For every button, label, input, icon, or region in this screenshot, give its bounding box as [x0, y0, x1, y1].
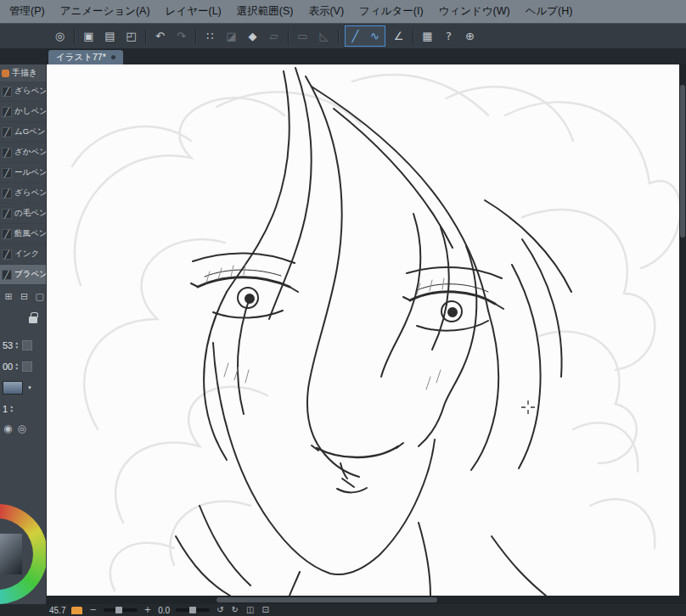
navigate-icon[interactable]: ◎: [50, 26, 70, 46]
subtool-item[interactable]: ╱ の毛ペン: [0, 204, 46, 224]
brush-size-option-button[interactable]: [22, 340, 32, 350]
pen-icon: ╱: [2, 107, 12, 117]
document-tab-label: イラスト77*: [56, 52, 106, 64]
undo-icon[interactable]: ↶: [150, 26, 170, 46]
subtool-item[interactable]: ╱ インク: [0, 244, 46, 265]
launcher-icon[interactable]: [71, 607, 82, 614]
zoom-value: 45.7: [49, 606, 65, 615]
artwork-sketch: [47, 64, 679, 596]
curve-tool-icon[interactable]: ∿: [365, 26, 385, 46]
toolbar-separator: [195, 29, 196, 44]
menu-filter[interactable]: フィルター(I): [351, 0, 430, 23]
subtool-group-icon: [2, 70, 9, 77]
spinner-control[interactable]: ▲ ▼: [9, 405, 14, 412]
menu-bar: 管理(P) アニメーション(A) レイヤー(L) 選択範囲(S) 表示(V) フ…: [0, 0, 686, 23]
rotation-slider-thumb[interactable]: [189, 607, 196, 613]
spinner-down-icon[interactable]: ▼: [9, 409, 14, 413]
menu-layer[interactable]: レイヤー(L): [158, 0, 229, 23]
subtool-group-tab[interactable]: 手描き: [0, 64, 46, 81]
subtool-label: ールペン: [14, 167, 46, 178]
color-blend-swatch[interactable]: [3, 381, 23, 395]
crosshair-cursor: [521, 400, 535, 414]
pen-icon: ╱: [2, 148, 12, 158]
menu-window[interactable]: ウィンドウ(W): [431, 0, 518, 23]
fit-screen-icon[interactable]: ⊡: [261, 606, 269, 614]
blend-icon[interactable]: ◆: [243, 26, 262, 46]
spinner-control[interactable]: ▲ ▼: [14, 341, 19, 349]
snap-tool-group: ╱ ∿: [345, 25, 385, 47]
vertical-scroll-thumb[interactable]: [680, 85, 685, 238]
zoom-slider-thumb[interactable]: [115, 607, 122, 613]
subtool-label: インク: [14, 249, 39, 260]
save-icon[interactable]: ◰: [121, 26, 141, 46]
menu-help[interactable]: ヘルプ(H): [518, 0, 581, 23]
rect-select-icon[interactable]: ▭: [293, 26, 312, 46]
lasso-select-icon[interactable]: ◺: [314, 26, 334, 46]
perspective-icon[interactable]: ∠: [389, 26, 408, 46]
magnify-icon[interactable]: ◎: [17, 423, 25, 434]
zoom-slider[interactable]: [104, 608, 138, 612]
chevron-down-icon: ▼: [27, 385, 32, 390]
color-wheel-panel: [0, 502, 46, 604]
opacity-row: 00 ▲ ▼: [0, 356, 46, 377]
zoom-out-button[interactable]: −: [88, 606, 97, 614]
menu-animation[interactable]: アニメーション(A): [53, 0, 158, 23]
help-icon[interactable]: ?: [439, 26, 458, 46]
document-tab-bar: イラスト77*: [0, 48, 686, 64]
brush-size-row: 53 ▲ ▼: [0, 334, 46, 356]
count-value[interactable]: 1: [3, 404, 8, 414]
subtool-item[interactable]: ╱ 藍風ペン: [0, 224, 46, 244]
rotate-ccw-icon[interactable]: ↺: [216, 606, 224, 614]
subtool-item[interactable]: ╱ ムGペン: [0, 122, 46, 143]
zoom-in-button[interactable]: +: [143, 606, 152, 614]
document-tab[interactable]: イラスト77*: [48, 50, 123, 64]
flip-icon[interactable]: ◫: [245, 606, 255, 614]
property-quick-icons: ◉ ◎: [0, 419, 46, 438]
pen-icon: ╱: [2, 188, 12, 199]
rotate-cw-icon[interactable]: ↻: [231, 606, 239, 614]
spinner-control[interactable]: ▲ ▼: [14, 362, 19, 370]
subtool-item[interactable]: ╱ ざかペン: [0, 143, 46, 163]
menu-view[interactable]: 表示(V): [301, 0, 351, 23]
new-file-icon[interactable]: ▣: [79, 26, 98, 46]
spray-icon[interactable]: ∷: [200, 26, 220, 46]
menu-selection[interactable]: 選択範囲(S): [229, 0, 301, 23]
subtool-item[interactable]: ╱ かしペン: [0, 102, 46, 122]
brush-size-value[interactable]: 53: [3, 340, 13, 350]
rotation-value: 0.0: [158, 606, 170, 615]
subtool-label: ざらペン: [14, 188, 46, 199]
subtool-label: かしペン: [14, 106, 46, 117]
shortcut-keyboard-icon[interactable]: ▦: [418, 26, 437, 46]
horizontal-scrollbar[interactable]: [47, 596, 679, 604]
spinner-down-icon[interactable]: ▼: [14, 367, 19, 371]
subtool-label: ムGペン: [14, 126, 46, 137]
subtool-item[interactable]: ╱ ざらペン: [0, 81, 46, 102]
preferences-icon[interactable]: ⊕: [460, 26, 480, 46]
frame-icon[interactable]: ▱: [264, 26, 284, 46]
open-file-icon[interactable]: ▤: [100, 26, 120, 46]
lock-icon[interactable]: [29, 316, 37, 323]
add-subtool-icon[interactable]: ⊞: [3, 290, 14, 303]
redo-icon[interactable]: ↷: [172, 26, 191, 46]
subtool-item[interactable]: ╱ ールペン: [0, 163, 46, 183]
opacity-value[interactable]: 00: [3, 361, 13, 372]
duplicate-subtool-icon[interactable]: ⊟: [18, 290, 30, 303]
rotation-slider[interactable]: [176, 608, 210, 612]
status-bar: 45.7 − + 0.0 ↺ ↻ ◫ ⊡: [0, 604, 686, 616]
subtool-group-label: 手描き: [12, 67, 37, 79]
vertical-scrollbar[interactable]: [679, 64, 686, 604]
stabilize-icon[interactable]: ◉: [3, 423, 12, 434]
subtool-item[interactable]: ╱ ざらペン: [0, 183, 46, 204]
opacity-option-button[interactable]: [22, 361, 32, 372]
menu-page-manage[interactable]: 管理(P): [2, 0, 53, 23]
saturation-value-box[interactable]: [0, 534, 22, 574]
drawing-canvas[interactable]: [47, 64, 679, 596]
line-tool-icon[interactable]: ╱: [346, 26, 365, 46]
gradient-icon[interactable]: ◪: [222, 26, 241, 46]
horizontal-scroll-thumb[interactable]: [216, 597, 437, 602]
spinner-down-icon[interactable]: ▼: [14, 345, 19, 350]
tool-property-lock-row: [0, 305, 46, 334]
subtool-actions: ⊞ ⊟ ▢: [0, 287, 46, 305]
delete-subtool-icon[interactable]: ▢: [34, 290, 46, 303]
subtool-item-selected[interactable]: ╱ ブラペン ▼: [0, 265, 46, 285]
